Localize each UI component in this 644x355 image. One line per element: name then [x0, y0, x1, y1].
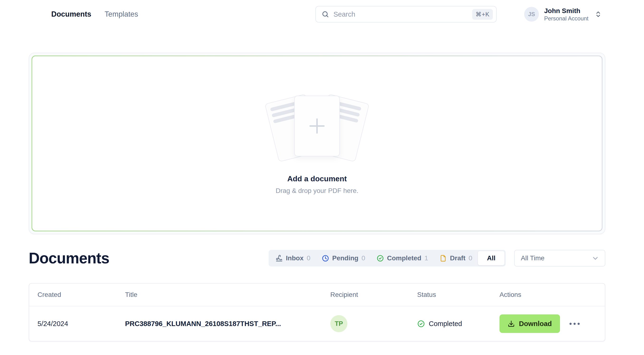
download-button[interactable]: Download — [500, 314, 560, 333]
tab-label: Inbox — [286, 254, 304, 262]
search-shortcut-badge: ⌘+K — [472, 9, 493, 20]
column-header-recipient: Recipient — [330, 291, 417, 298]
user-avatar: JS — [524, 7, 539, 22]
column-header-created: Created — [38, 291, 125, 298]
nav-documents[interactable]: Documents — [51, 10, 91, 18]
dropzone-subtitle: Drag & drop your PDF here. — [276, 187, 358, 194]
tab-all[interactable]: All — [478, 251, 504, 265]
page-title: Documents — [29, 250, 110, 267]
cell-status: Completed — [417, 320, 500, 328]
check-circle-icon — [417, 320, 425, 328]
tab-count: 0 — [362, 254, 365, 262]
tab-count: 0 — [469, 254, 472, 262]
column-header-title: Title — [125, 291, 330, 298]
clock-icon — [322, 254, 329, 262]
table-header-row: Created Title Recipient Status Actions — [29, 284, 605, 306]
tab-label: Completed — [387, 254, 422, 262]
add-document-card — [294, 96, 340, 156]
cell-actions: Download — [500, 314, 596, 333]
documents-section-header: Documents Inbox 0 Pending 0 — [29, 250, 605, 267]
search-icon — [322, 10, 329, 18]
document-stack-icon — [266, 92, 368, 164]
dropzone-title: Add a document — [287, 174, 347, 183]
cell-created: 5/24/2024 — [38, 320, 125, 328]
search-box[interactable]: ⌘+K — [315, 6, 497, 22]
status-label: Completed — [429, 320, 462, 328]
recipient-avatar: TP — [330, 315, 348, 332]
tab-count: 0 — [306, 254, 310, 262]
signature-icon — [276, 254, 283, 262]
period-filter-select[interactable]: All Time — [514, 250, 605, 266]
cell-title[interactable]: PRC388796_KLUMANN_26108S187THST_REP... — [125, 320, 330, 328]
cell-recipient: TP — [330, 315, 417, 332]
tab-draft[interactable]: Draft 0 — [434, 251, 478, 265]
table-row[interactable]: 5/24/2024 PRC388796_KLUMANN_26108S187THS… — [29, 306, 605, 341]
tab-pending[interactable]: Pending 0 — [316, 251, 371, 265]
status-filter-tabs: Inbox 0 Pending 0 Completed 1 — [268, 250, 506, 266]
tab-inbox[interactable]: Inbox 0 — [270, 251, 316, 265]
download-button-label: Download — [519, 320, 552, 328]
download-icon — [508, 320, 515, 328]
main-nav: Documents Templates — [51, 10, 138, 18]
search-input[interactable] — [334, 10, 472, 18]
check-circle-icon — [376, 254, 384, 262]
upload-dropzone[interactable]: Add a document Drag & drop your PDF here… — [32, 56, 602, 231]
account-type: Personal Account — [544, 15, 588, 22]
tab-label: Draft — [450, 254, 465, 262]
nav-templates[interactable]: Templates — [105, 10, 138, 18]
row-more-menu[interactable] — [567, 320, 582, 327]
tab-label: All — [487, 254, 496, 262]
column-header-actions: Actions — [500, 291, 596, 298]
column-header-status: Status — [417, 291, 500, 298]
main-content: Add a document Drag & drop your PDF here… — [29, 53, 605, 342]
tab-completed[interactable]: Completed 1 — [371, 251, 434, 265]
account-name: John Smith — [544, 7, 588, 15]
plus-icon — [309, 118, 325, 134]
period-filter-value: All Time — [521, 254, 544, 262]
account-menu[interactable]: JS John Smith Personal Account — [524, 7, 602, 22]
account-names: John Smith Personal Account — [544, 7, 588, 22]
file-icon — [440, 254, 447, 262]
documents-table: Created Title Recipient Status Actions 5… — [29, 283, 605, 342]
upload-dropzone-card: Add a document Drag & drop your PDF here… — [29, 53, 605, 234]
tab-count: 1 — [424, 254, 428, 262]
tab-label: Pending — [332, 254, 358, 262]
chevron-down-icon — [592, 254, 599, 262]
top-bar: Documents Templates ⌘+K JS John Smith Pe… — [0, 0, 644, 28]
chevrons-up-down-icon — [595, 11, 602, 18]
